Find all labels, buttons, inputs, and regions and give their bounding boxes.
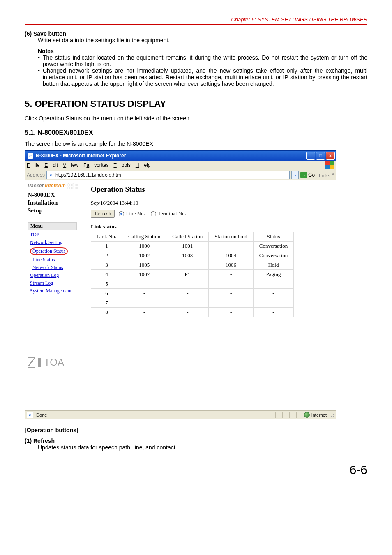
refresh-body: Updates status data for speech path, lin… — [38, 444, 367, 451]
save-button-heading: (6) Save button — [25, 30, 367, 37]
address-dropdown[interactable]: ▾ — [291, 171, 299, 179]
menu-header: Menu — [28, 222, 77, 230]
status-bar: e Done Internet — [25, 410, 336, 419]
links-label[interactable]: Links » — [319, 172, 334, 179]
content-pane: Operation Status Sep/16/2004 13:44:10 Re… — [85, 180, 336, 410]
menu-favorites[interactable]: Favorites — [83, 162, 108, 168]
table-cell: - — [209, 270, 253, 279]
chapter-header: Chapter 6: SYSTEM SETTINGS USING THE BRO… — [25, 16, 367, 23]
menu-help[interactable]: Help — [136, 162, 151, 168]
radio-label: Line No. — [126, 210, 145, 217]
table-row: 7---- — [91, 298, 294, 308]
toa-bar-icon — [38, 358, 41, 367]
sidebar-item-operation-log[interactable]: Operation Log — [28, 272, 85, 279]
address-input[interactable]: e http://192.168.1.1/index-e.htm — [46, 171, 290, 179]
go-arrow-icon: → — [300, 172, 307, 178]
table-cell: 4 — [91, 270, 122, 279]
table-cell: 1002 — [122, 251, 166, 260]
go-label: Go — [308, 172, 315, 178]
table-cell: P1 — [166, 270, 209, 279]
table-cell: 1005 — [122, 260, 166, 270]
table-column-header: Link No. — [91, 232, 122, 242]
sidebar-item-stream-log[interactable]: Stream Log — [28, 279, 85, 287]
table-row: 41007P1-Paging — [91, 270, 294, 279]
table-row: 110001001-Conversation — [91, 242, 294, 251]
table-cell: 5 — [91, 279, 122, 289]
table-cell: - — [166, 298, 209, 308]
section-6: (6) Save button Write set data into the … — [25, 30, 367, 87]
sidebar-item-top[interactable]: TOP — [28, 231, 85, 239]
table-row: 2100210031004Conversation — [91, 251, 294, 260]
maximize-button[interactable]: □ — [316, 152, 325, 160]
table-row: 8---- — [91, 308, 294, 317]
table-cell: 1003 — [166, 251, 209, 260]
table-cell: - — [166, 308, 209, 317]
radio-terminal-no[interactable]: Terminal No. — [151, 210, 186, 217]
menu-bar: File Edit View Favorites Tools Help — [25, 161, 336, 170]
refresh-heading: (1) Refresh — [25, 438, 367, 444]
note-text: The status indicator located on the equi… — [43, 54, 367, 67]
window-title: N-8000EX - Microsoft Internet Explorer — [36, 153, 306, 159]
status-zone: Internet — [311, 412, 327, 417]
section-5-title: 5. OPERATION STATUS DISPLAY — [25, 99, 367, 109]
packet-intercom-logo: Packet Intercom ░░░ — [28, 183, 85, 189]
divider — [25, 24, 367, 25]
refresh-button[interactable]: Refresh — [91, 210, 115, 218]
table-row: 5---- — [91, 279, 294, 289]
bullet-dot-icon: • — [38, 67, 43, 87]
radio-icon — [119, 211, 124, 216]
table-cell: - — [253, 298, 293, 308]
section-5-1-title: 5.1. N-8000EX/8010EX — [25, 129, 367, 136]
table-cell: 1006 — [209, 260, 253, 270]
sidebar-item-network-setting[interactable]: Network Setting — [28, 239, 85, 246]
section-5-1-intro: The screen below is an example for the N… — [25, 140, 367, 147]
table-cell: - — [253, 289, 293, 298]
minimize-button[interactable]: _ — [306, 152, 315, 160]
table-cell: - — [166, 279, 209, 289]
sidebar-item-network-status[interactable]: Network Status — [28, 264, 85, 272]
table-cell: 7 — [91, 298, 122, 308]
table-cell: - — [253, 308, 293, 317]
toa-text: TOA — [44, 357, 64, 368]
table-cell: - — [166, 289, 209, 298]
table-column-header: Calling Station — [122, 232, 166, 242]
toa-z-icon — [28, 357, 35, 368]
menu-file[interactable]: File — [27, 162, 39, 168]
url-text: http://192.168.1.1/index-e.htm — [55, 172, 121, 178]
save-button-body: Write set data into the settings file in… — [38, 37, 367, 44]
toa-logo: TOA — [28, 357, 85, 368]
table-cell: - — [122, 308, 166, 317]
go-button[interactable]: → Go — [300, 172, 315, 178]
table-column-header: Called Station — [166, 232, 209, 242]
sidebar-item-line-status[interactable]: Line Status — [28, 256, 85, 264]
device-title: N-8000EX Installation Setup — [28, 191, 85, 214]
sidebar-item-system-management[interactable]: System Management — [28, 287, 85, 295]
table-cell: 8 — [91, 308, 122, 317]
close-button[interactable]: × — [326, 152, 335, 160]
menu-tools[interactable]: Tools — [113, 162, 130, 168]
table-cell: - — [166, 260, 209, 270]
resize-grip-icon — [328, 412, 334, 418]
menu-edit[interactable]: Edit — [44, 162, 58, 168]
table-cell: Hold — [253, 260, 293, 270]
bullet-dot-icon: • — [38, 54, 43, 67]
sidebar-item-operation-status[interactable]: Operation Status — [28, 246, 85, 256]
menu-view[interactable]: View — [63, 162, 78, 168]
table-cell: - — [209, 298, 253, 308]
note-text: Changed network settings are not immedia… — [43, 67, 367, 87]
table-cell: - — [253, 279, 293, 289]
table-cell: - — [122, 279, 166, 289]
table-title: Link status — [91, 223, 330, 230]
timestamp: Sep/16/2004 13:44:10 — [91, 200, 330, 206]
table-cell: 2 — [91, 251, 122, 260]
status-done: Done — [36, 412, 47, 417]
ie-app-icon: e — [28, 153, 33, 159]
radio-line-no[interactable]: Line No. — [119, 210, 145, 217]
ie-browser-window: e N-8000EX - Microsoft Internet Explorer… — [25, 150, 336, 419]
link-status-table: Link No.Calling StationCalled StationSta… — [91, 232, 294, 317]
page-title: Operation Status — [91, 185, 330, 194]
table-cell: Conversation — [253, 242, 293, 251]
titlebar: e N-8000EX - Microsoft Internet Explorer… — [25, 151, 336, 161]
table-cell: 1007 — [122, 270, 166, 279]
table-cell: - — [209, 308, 253, 317]
